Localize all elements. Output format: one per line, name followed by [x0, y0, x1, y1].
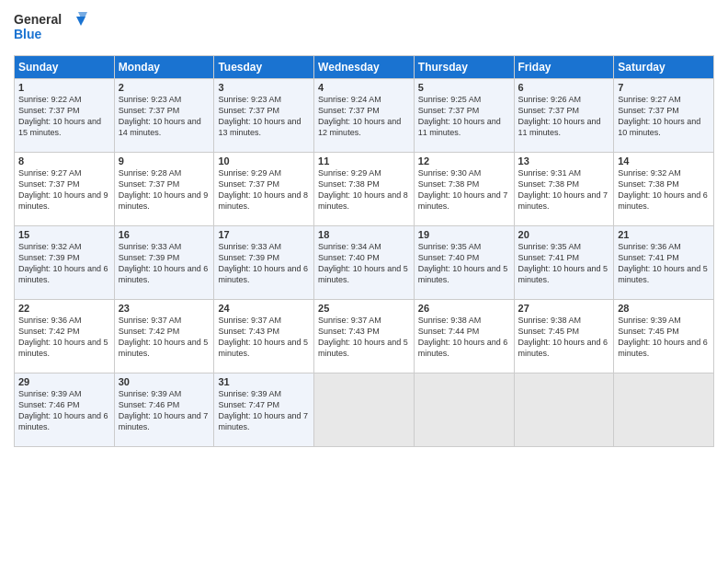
day-info: Sunrise: 9:39 AMSunset: 7:46 PMDaylight:…	[119, 388, 210, 433]
day-cell: 7Sunrise: 9:27 AMSunset: 7:37 PMDaylight…	[614, 79, 714, 153]
day-info: Sunrise: 9:37 AMSunset: 7:43 PMDaylight:…	[218, 315, 310, 360]
day-info: Sunrise: 9:27 AMSunset: 7:37 PMDaylight:…	[18, 167, 110, 213]
day-info: Sunrise: 9:39 AMSunset: 7:47 PMDaylight:…	[218, 388, 310, 433]
day-number: 1	[18, 82, 110, 93]
day-info: Sunrise: 9:27 AMSunset: 7:37 PMDaylight:…	[618, 94, 710, 139]
day-info: Sunrise: 9:37 AMSunset: 7:43 PMDaylight:…	[318, 315, 410, 360]
day-number: 29	[18, 376, 110, 387]
day-info: Sunrise: 9:36 AMSunset: 7:41 PMDaylight:…	[618, 241, 710, 286]
day-number: 3	[218, 82, 310, 93]
day-number: 2	[119, 82, 210, 93]
day-info: Sunrise: 9:38 AMSunset: 7:45 PMDaylight:…	[518, 315, 610, 360]
day-number: 8	[18, 155, 110, 167]
day-cell: 31Sunrise: 9:39 AMSunset: 7:47 PMDayligh…	[214, 373, 314, 447]
header-day-sunday: Sunday	[15, 56, 115, 79]
day-number: 4	[318, 82, 410, 93]
header-day-wednesday: Wednesday	[314, 56, 415, 79]
svg-text:Blue: Blue	[14, 27, 42, 41]
day-info: Sunrise: 9:39 AMSunset: 7:45 PMDaylight:…	[618, 315, 710, 360]
day-number: 10	[218, 155, 310, 167]
day-cell: 26Sunrise: 9:38 AMSunset: 7:44 PMDayligh…	[414, 300, 514, 373]
day-cell: 16Sunrise: 9:33 AMSunset: 7:39 PMDayligh…	[114, 226, 214, 300]
day-info: Sunrise: 9:29 AMSunset: 7:37 PMDaylight:…	[218, 167, 310, 213]
day-number: 17	[218, 229, 310, 240]
day-info: Sunrise: 9:35 AMSunset: 7:41 PMDaylight:…	[518, 241, 610, 286]
day-cell: 1Sunrise: 9:22 AMSunset: 7:37 PMDaylight…	[15, 79, 115, 153]
day-number: 6	[518, 82, 610, 93]
day-cell: 18Sunrise: 9:34 AMSunset: 7:40 PMDayligh…	[314, 226, 415, 300]
day-cell: 2Sunrise: 9:23 AMSunset: 7:37 PMDaylight…	[114, 79, 214, 153]
day-cell: 30Sunrise: 9:39 AMSunset: 7:46 PMDayligh…	[114, 373, 214, 447]
day-cell: 12Sunrise: 9:30 AMSunset: 7:38 PMDayligh…	[414, 153, 514, 226]
day-info: Sunrise: 9:28 AMSunset: 7:37 PMDaylight:…	[119, 167, 210, 213]
day-cell	[414, 373, 514, 447]
logo-svg: General Blue	[14, 9, 97, 44]
day-number: 16	[119, 229, 210, 240]
day-cell: 22Sunrise: 9:36 AMSunset: 7:42 PMDayligh…	[15, 300, 115, 373]
day-number: 21	[618, 229, 710, 240]
day-cell: 24Sunrise: 9:37 AMSunset: 7:43 PMDayligh…	[214, 300, 314, 373]
day-info: Sunrise: 9:23 AMSunset: 7:37 PMDaylight:…	[218, 94, 310, 139]
week-row-2: 8Sunrise: 9:27 AMSunset: 7:37 PMDaylight…	[15, 153, 714, 226]
day-info: Sunrise: 9:26 AMSunset: 7:37 PMDaylight:…	[518, 94, 610, 139]
day-number: 19	[418, 229, 510, 240]
day-cell: 25Sunrise: 9:37 AMSunset: 7:43 PMDayligh…	[314, 300, 415, 373]
day-cell: 3Sunrise: 9:23 AMSunset: 7:37 PMDaylight…	[214, 79, 314, 153]
day-info: Sunrise: 9:32 AMSunset: 7:38 PMDaylight:…	[618, 167, 710, 213]
day-info: Sunrise: 9:36 AMSunset: 7:42 PMDaylight:…	[18, 315, 110, 360]
day-info: Sunrise: 9:33 AMSunset: 7:39 PMDaylight:…	[218, 241, 310, 286]
day-number: 31	[218, 376, 310, 387]
day-cell: 17Sunrise: 9:33 AMSunset: 7:39 PMDayligh…	[214, 226, 314, 300]
day-number: 28	[618, 303, 710, 314]
day-cell: 15Sunrise: 9:32 AMSunset: 7:39 PMDayligh…	[15, 226, 115, 300]
day-cell: 6Sunrise: 9:26 AMSunset: 7:37 PMDaylight…	[514, 79, 614, 153]
day-number: 20	[518, 229, 610, 240]
day-cell	[614, 373, 714, 447]
day-info: Sunrise: 9:24 AMSunset: 7:37 PMDaylight:…	[318, 94, 410, 139]
header-row: SundayMondayTuesdayWednesdayThursdayFrid…	[15, 56, 714, 79]
week-row-5: 29Sunrise: 9:39 AMSunset: 7:46 PMDayligh…	[15, 373, 714, 447]
day-number: 14	[618, 155, 710, 167]
day-cell	[514, 373, 614, 447]
week-row-1: 1Sunrise: 9:22 AMSunset: 7:37 PMDaylight…	[15, 79, 714, 153]
day-number: 12	[418, 155, 510, 167]
week-row-4: 22Sunrise: 9:36 AMSunset: 7:42 PMDayligh…	[15, 300, 714, 373]
day-cell: 13Sunrise: 9:31 AMSunset: 7:38 PMDayligh…	[514, 153, 614, 226]
day-info: Sunrise: 9:34 AMSunset: 7:40 PMDaylight:…	[318, 241, 410, 286]
day-cell: 29Sunrise: 9:39 AMSunset: 7:46 PMDayligh…	[15, 373, 115, 447]
day-cell: 20Sunrise: 9:35 AMSunset: 7:41 PMDayligh…	[514, 226, 614, 300]
day-cell: 21Sunrise: 9:36 AMSunset: 7:41 PMDayligh…	[614, 226, 714, 300]
logo: General Blue	[14, 9, 97, 48]
calendar-table: SundayMondayTuesdayWednesdayThursdayFrid…	[14, 55, 714, 447]
day-number: 22	[18, 303, 110, 314]
svg-text:General: General	[14, 12, 62, 27]
day-info: Sunrise: 9:22 AMSunset: 7:37 PMDaylight:…	[18, 94, 110, 139]
day-number: 23	[119, 303, 210, 314]
day-cell: 19Sunrise: 9:35 AMSunset: 7:40 PMDayligh…	[414, 226, 514, 300]
header-day-monday: Monday	[114, 56, 214, 79]
day-cell: 4Sunrise: 9:24 AMSunset: 7:37 PMDaylight…	[314, 79, 415, 153]
day-info: Sunrise: 9:33 AMSunset: 7:39 PMDaylight:…	[119, 241, 210, 286]
day-number: 25	[318, 303, 410, 314]
day-cell: 5Sunrise: 9:25 AMSunset: 7:37 PMDaylight…	[414, 79, 514, 153]
day-info: Sunrise: 9:37 AMSunset: 7:42 PMDaylight:…	[119, 315, 210, 360]
day-cell: 8Sunrise: 9:27 AMSunset: 7:37 PMDaylight…	[15, 153, 115, 226]
day-cell: 14Sunrise: 9:32 AMSunset: 7:38 PMDayligh…	[614, 153, 714, 226]
day-number: 26	[418, 303, 510, 314]
day-info: Sunrise: 9:32 AMSunset: 7:39 PMDaylight:…	[18, 241, 110, 286]
week-row-3: 15Sunrise: 9:32 AMSunset: 7:39 PMDayligh…	[15, 226, 714, 300]
day-info: Sunrise: 9:38 AMSunset: 7:44 PMDaylight:…	[418, 315, 510, 360]
day-info: Sunrise: 9:39 AMSunset: 7:46 PMDaylight:…	[18, 388, 110, 433]
day-number: 13	[518, 155, 610, 167]
day-number: 9	[119, 155, 210, 167]
day-info: Sunrise: 9:31 AMSunset: 7:38 PMDaylight:…	[518, 167, 610, 213]
day-cell	[314, 373, 415, 447]
day-number: 7	[618, 82, 710, 93]
day-info: Sunrise: 9:35 AMSunset: 7:40 PMDaylight:…	[418, 241, 510, 286]
day-info: Sunrise: 9:29 AMSunset: 7:38 PMDaylight:…	[318, 167, 410, 213]
day-number: 11	[318, 155, 410, 167]
day-cell: 10Sunrise: 9:29 AMSunset: 7:37 PMDayligh…	[214, 153, 314, 226]
page: General Blue SundayMondayTuesdayWednesda…	[0, 0, 728, 563]
day-cell: 9Sunrise: 9:28 AMSunset: 7:37 PMDaylight…	[114, 153, 214, 226]
day-info: Sunrise: 9:30 AMSunset: 7:38 PMDaylight:…	[418, 167, 510, 213]
